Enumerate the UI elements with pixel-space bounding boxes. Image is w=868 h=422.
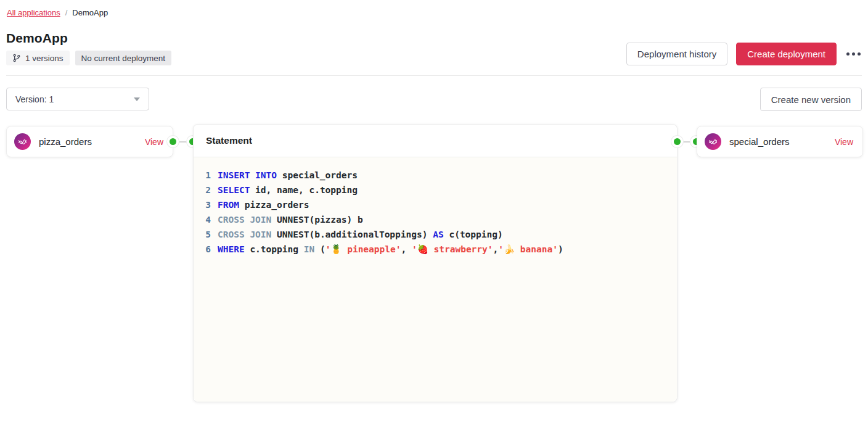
code-token: UNNEST(pizzas) b [271, 215, 362, 225]
ellipsis-icon [846, 52, 850, 56]
stream-icon [705, 133, 721, 150]
code-token: id, name, c.topping [250, 185, 358, 195]
code-token: '🍍 pineapple' [326, 244, 401, 254]
code-line: 1INSERT INTO special_orders [205, 168, 671, 183]
create-deployment-button[interactable]: Create deployment [736, 43, 837, 65]
code-token: c.topping [245, 244, 304, 254]
connector-dot [170, 138, 176, 145]
ellipsis-icon [858, 52, 861, 56]
code-token: , [493, 244, 499, 254]
header-actions: Deployment history Create deployment [626, 43, 862, 65]
code-token: CROSS JOIN [218, 215, 271, 225]
breadcrumb: All applications / DemoApp [7, 8, 108, 17]
code-token: WHERE [218, 244, 245, 254]
source-stream-card[interactable]: pizza_orders View [6, 126, 173, 157]
deployment-history-button[interactable]: Deployment history [626, 43, 727, 65]
statement-card: Statement 1INSERT INTO special_orders2SE… [193, 124, 678, 402]
code-token: special_orders [277, 170, 358, 180]
deployment-status-badge: No current deployment [75, 51, 172, 65]
code-line: 6WHERE c.topping IN ('🍍 pineapple', '🍓 s… [205, 242, 671, 257]
code-line: 2SELECT id, name, c.topping [205, 183, 671, 197]
create-new-version-button[interactable]: Create new version [760, 88, 862, 111]
ellipsis-icon [852, 52, 855, 56]
code-token: '🍓 strawberry' [412, 244, 493, 254]
source-stream-name: pizza_orders [39, 136, 92, 147]
application-detail-page: All applications / DemoApp DemoApp 1 ver… [0, 0, 868, 422]
git-branch-icon [12, 54, 21, 62]
chevron-down-icon [134, 97, 140, 101]
code-token: AS [433, 230, 443, 239]
code-line: 4CROSS JOIN UNNEST(pizzas) b [205, 212, 671, 227]
sink-stream-name: special_orders [729, 136, 790, 147]
breadcrumb-all-applications-link[interactable]: All applications [7, 8, 60, 17]
sink-view-link[interactable]: View [835, 137, 853, 147]
code-token: ) [558, 244, 563, 254]
pipeline-graph: pizza_orders View Statement 1INSERT INTO… [6, 124, 862, 408]
code-token: INSERT INTO [218, 170, 277, 180]
versions-badge-label: 1 versions [25, 54, 63, 63]
code-token: c(topping) [444, 230, 503, 239]
code-token: SELECT [218, 185, 250, 195]
line-number: 6 [205, 242, 211, 257]
connector-dot [674, 138, 681, 145]
breadcrumb-current: DemoApp [72, 8, 108, 17]
versions-badge: 1 versions [6, 51, 70, 65]
statement-header: Statement [194, 125, 677, 157]
line-number: 3 [205, 197, 211, 212]
stream-icon [14, 133, 31, 150]
source-view-link[interactable]: View [145, 137, 163, 147]
line-number: 5 [205, 227, 211, 242]
code-token: UNNEST(b.additionalToppings) [271, 230, 433, 239]
code-token: , [401, 244, 411, 254]
breadcrumb-separator: / [65, 8, 68, 17]
header-divider [6, 75, 862, 76]
line-number: 4 [205, 212, 211, 227]
version-select[interactable]: Version: 1 [6, 88, 149, 110]
code-token: ( [314, 244, 325, 254]
code-token: CROSS JOIN [218, 230, 271, 239]
line-number: 1 [205, 168, 211, 183]
line-number: 2 [205, 183, 211, 197]
code-line: 3FROM pizza_orders [205, 197, 671, 212]
code-line: 5CROSS JOIN UNNEST(b.additionalToppings)… [205, 227, 671, 242]
code-token: pizza_orders [239, 200, 309, 210]
sink-stream-card[interactable]: special_orders View [697, 126, 863, 157]
code-token: '🍌 banana' [498, 244, 558, 254]
version-select-value: Version: 1 [15, 94, 54, 104]
badge-row: 1 versions No current deployment [6, 51, 171, 65]
sql-code[interactable]: 1INSERT INTO special_orders2SELECT id, n… [194, 157, 677, 402]
more-options-button[interactable] [845, 49, 862, 59]
code-token: IN [304, 244, 314, 254]
page-title: DemoApp [6, 31, 68, 46]
code-token: FROM [218, 200, 239, 210]
